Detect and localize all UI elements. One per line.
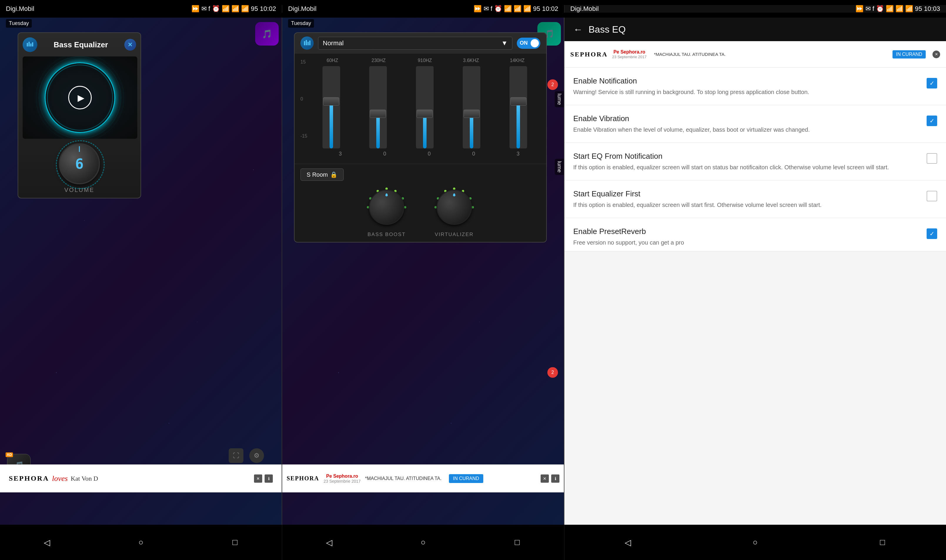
bass-boost-knob[interactable] xyxy=(369,189,404,225)
ad-info-1[interactable]: ℹ xyxy=(265,474,273,483)
eq-icon-svg xyxy=(303,39,311,47)
settings-item-eq-first[interactable]: Start Equalizer First If this option is … xyxy=(565,180,946,218)
settings-item-title-4: Start Equalizer First xyxy=(573,189,921,198)
checkbox-vibration[interactable]: ✓ xyxy=(927,115,937,126)
eq-preset-selector[interactable]: Normal ▼ xyxy=(318,37,512,50)
phone-label-2: lume xyxy=(555,159,564,175)
eq-toggle[interactable]: ON xyxy=(517,38,540,49)
eq-db-labels: 15 0 -15 xyxy=(300,58,309,140)
nav-recent-2[interactable]: □ xyxy=(508,534,526,551)
svg-rect-0 xyxy=(27,43,28,46)
ad-cta-settings[interactable]: IN CURAND xyxy=(892,50,926,58)
settings-header: ← Bass EQ xyxy=(565,18,946,41)
status-bar-panel3: Digi.Mobil ⏩ ✉ f ⏰ 📶 📶 📶 95 10:03 xyxy=(565,5,946,12)
svg-rect-5 xyxy=(306,40,307,45)
settings-item-vibration[interactable]: Enable Vibration Enable Vibration when t… xyxy=(565,105,946,143)
bottom-nav-panel3: ◁ ○ □ xyxy=(565,525,946,560)
slider-thumb-1[interactable] xyxy=(323,97,339,106)
svg-rect-3 xyxy=(32,42,33,46)
nav-home-3[interactable]: ○ xyxy=(746,534,764,551)
svg-rect-2 xyxy=(30,43,31,46)
settings-list: Enable Notification Warning! Service is … xyxy=(565,68,946,525)
checkbox-eq-notification[interactable]: ✓ xyxy=(927,153,937,164)
ad-badge: AD xyxy=(6,452,13,457)
checkbox-reverb[interactable]: ✓ xyxy=(927,228,937,239)
settings-item-eq-notification[interactable]: Start EQ From Notification If this optio… xyxy=(565,143,946,180)
back-icon-3: ◁ xyxy=(625,538,631,548)
back-button[interactable]: ← xyxy=(573,24,583,35)
nav-home-1[interactable]: ○ xyxy=(132,534,150,551)
ad-close-2[interactable]: ✕ xyxy=(541,474,549,483)
room-selector[interactable]: S Room 🔒 xyxy=(300,168,344,181)
equalizer-icon-svg xyxy=(26,41,34,49)
nav-recent-1[interactable]: □ xyxy=(226,534,244,551)
freq-label-5: 14KHZ xyxy=(502,58,532,63)
eq-slider-4[interactable] xyxy=(463,66,480,148)
slider-thumb-4[interactable] xyxy=(464,110,480,118)
ad-close-1[interactable]: ✕ xyxy=(254,474,262,483)
settings-item-content-2: Enable Vibration Enable Vibration when t… xyxy=(573,114,921,134)
svg-rect-7 xyxy=(309,41,311,45)
carrier-2: Digi.Mobil xyxy=(288,5,317,12)
back-icon-2: ◁ xyxy=(326,538,332,548)
nav-back-2[interactable]: ◁ xyxy=(320,534,338,551)
lock-icon: 🔒 xyxy=(330,171,337,178)
volume-knob[interactable]: 6 xyxy=(59,143,100,184)
bass-boost-label: BASS BOOST xyxy=(368,232,406,237)
sephora-ad-panel1[interactable]: SEPHORA loves Kat Von D ✕ ℹ xyxy=(5,474,277,483)
ad-close-settings[interactable]: ✕ xyxy=(932,51,940,58)
app-icon-purple[interactable]: 🎵 xyxy=(255,22,279,46)
bass-equalizer-widget: Bass Equalizer ✕ ▶ xyxy=(18,32,141,198)
checkbox-eq-first[interactable]: ✓ xyxy=(927,191,937,202)
nav-recent-3[interactable]: □ xyxy=(874,534,891,551)
eq-main-header: Normal ▼ ON xyxy=(295,33,546,54)
ad-info-2[interactable]: ℹ xyxy=(551,474,560,483)
bottom-nav-panel2: ◁ ○ □ xyxy=(282,525,565,560)
settings-item-title-3: Start EQ From Notification xyxy=(573,152,921,161)
virtualizer-knob-wrapper[interactable] xyxy=(432,185,476,229)
expand-button[interactable]: ⛶ xyxy=(229,448,243,463)
nav-back-1[interactable]: ◁ xyxy=(38,534,56,551)
slider-thumb-5[interactable] xyxy=(510,97,526,106)
ad-slogan-settings: *MACHIAJUL TAU. ATITUDINEA TA. xyxy=(654,52,726,57)
nav-back-3[interactable]: ◁ xyxy=(619,534,637,551)
virtualizer-knob[interactable] xyxy=(437,189,472,225)
status-bar: Digi.Mobil ⏩ ✉ f ⏰ 📶 📶 📶 95 10:02 Digi.M… xyxy=(0,0,946,18)
bass-boost-knob-wrapper[interactable] xyxy=(365,185,409,229)
bass-boost-knob-container: BASS BOOST xyxy=(365,185,409,237)
kat-von-d: Kat Von D xyxy=(71,475,98,482)
settings-item-title-5: Enable PresetReverb xyxy=(573,227,921,236)
eq-slider-2[interactable] xyxy=(369,66,387,148)
eq-slider-5[interactable] xyxy=(509,66,527,148)
freq-label-4: 3.6KHZ xyxy=(456,58,486,63)
home-icon-1: ○ xyxy=(138,538,143,547)
status-bar-panel1: Digi.Mobil ⏩ ✉ f ⏰ 📶 📶 📶 95 10:02 xyxy=(0,5,282,12)
slider-thumb-2[interactable] xyxy=(370,110,386,118)
status-icons-3: ⏩ ✉ f ⏰ 📶 📶 📶 95 10:03 xyxy=(855,5,940,12)
settings-item-reverb[interactable]: Enable PresetReverb Free version no supp… xyxy=(565,218,946,251)
settings-item-content-5: Enable PresetReverb Free version no supp… xyxy=(573,227,921,247)
eq-close-button[interactable]: ✕ xyxy=(125,39,136,51)
ad-banner-panel2[interactable]: SEPHORA Pe Sephora.ro 23 Septembrie 2017… xyxy=(282,465,564,492)
checkbox-notification[interactable]: ✓ xyxy=(927,78,937,88)
settings-button[interactable]: ⚙ xyxy=(249,448,264,463)
knob-indicator-2 xyxy=(453,194,455,195)
settings-item-desc-2: Enable Vibration when the level of volum… xyxy=(573,126,921,134)
eq-toggle-knob xyxy=(531,39,539,47)
ad-slogan-2: *MACHIAJUL TAU. ATITUDINEA TA. xyxy=(365,476,441,481)
play-button[interactable]: ▶ xyxy=(68,86,92,109)
eq-widget-header: Bass Equalizer ✕ xyxy=(23,37,136,52)
eq-widget-title: Bass Equalizer xyxy=(54,40,108,49)
settings-item-content-4: Start Equalizer First If this option is … xyxy=(573,189,921,209)
slider-thumb-3[interactable] xyxy=(417,110,433,118)
carrier-1: Digi.Mobil xyxy=(6,5,34,12)
room-label: S Room xyxy=(307,171,328,178)
eq-slider-1[interactable] xyxy=(323,66,340,148)
settings-item-notification[interactable]: Enable Notification Warning! Service is … xyxy=(565,68,946,105)
nav-home-2[interactable]: ○ xyxy=(414,534,432,551)
ad-cta-2[interactable]: IN CURAND xyxy=(449,474,483,483)
settings-item-title-1: Enable Notification xyxy=(573,77,921,86)
sephora-ad-settings[interactable]: SEPHORA Pe Sephora.ro 23 Septembrie 2017… xyxy=(565,41,946,68)
ad-site: Pe Sephora.ro xyxy=(324,474,361,479)
eq-slider-3[interactable] xyxy=(416,66,434,148)
